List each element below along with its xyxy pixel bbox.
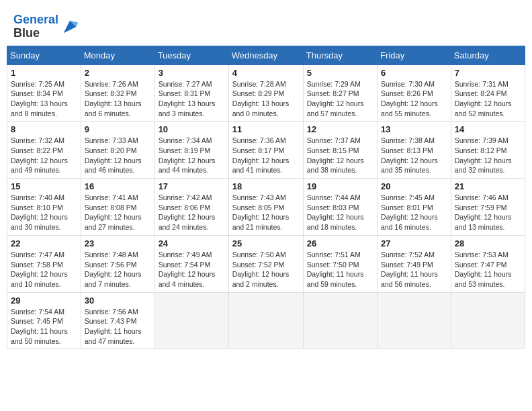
weekday-header-thursday: Thursday — [303, 46, 377, 64]
calendar-table: SundayMondayTuesdayWednesdayThursdayFrid… — [7, 46, 525, 350]
calendar-week-2: 8Sunrise: 7:32 AMSunset: 8:22 PMDaylight… — [7, 122, 525, 179]
day-number: 10 — [159, 124, 225, 134]
day-info: Sunrise: 7:36 AMSunset: 8:17 PMDaylight:… — [232, 136, 300, 175]
day-number: 16 — [85, 181, 151, 191]
calendar-cell: 25Sunrise: 7:50 AMSunset: 7:52 PMDayligh… — [228, 235, 303, 292]
logo-icon — [60, 17, 79, 36]
day-info: Sunrise: 7:50 AMSunset: 7:52 PMDaylight:… — [232, 250, 300, 289]
calendar-cell: 14Sunrise: 7:39 AMSunset: 8:12 PMDayligh… — [451, 122, 525, 179]
day-info: Sunrise: 7:49 AMSunset: 7:54 PMDaylight:… — [159, 250, 225, 289]
calendar-cell: 16Sunrise: 7:41 AMSunset: 8:08 PMDayligh… — [81, 179, 154, 236]
calendar-cell: 22Sunrise: 7:47 AMSunset: 7:58 PMDayligh… — [7, 235, 81, 292]
day-number: 7 — [455, 68, 521, 78]
page-header: GeneralBlue — [7, 7, 525, 46]
day-number: 4 — [232, 68, 300, 78]
calendar-cell: 5Sunrise: 7:29 AMSunset: 8:27 PMDaylight… — [303, 64, 377, 122]
calendar-cell: 2Sunrise: 7:26 AMSunset: 8:32 PMDaylight… — [81, 64, 154, 122]
day-number: 23 — [85, 238, 151, 248]
day-info: Sunrise: 7:52 AMSunset: 7:49 PMDaylight:… — [381, 250, 447, 289]
day-number: 22 — [11, 238, 77, 248]
day-number: 12 — [307, 124, 373, 134]
calendar-cell: 17Sunrise: 7:42 AMSunset: 8:06 PMDayligh… — [154, 179, 228, 236]
calendar-week-3: 15Sunrise: 7:40 AMSunset: 8:10 PMDayligh… — [7, 179, 525, 236]
calendar-cell: 26Sunrise: 7:51 AMSunset: 7:50 PMDayligh… — [303, 235, 377, 292]
calendar-cell — [451, 292, 525, 349]
day-number: 9 — [85, 124, 151, 134]
weekday-header-friday: Friday — [378, 46, 451, 64]
calendar-cell: 29Sunrise: 7:54 AMSunset: 7:45 PMDayligh… — [7, 292, 81, 349]
day-info: Sunrise: 7:42 AMSunset: 8:06 PMDaylight:… — [159, 193, 225, 232]
calendar-cell: 6Sunrise: 7:30 AMSunset: 8:26 PMDaylight… — [378, 64, 451, 122]
day-info: Sunrise: 7:45 AMSunset: 8:01 PMDaylight:… — [381, 193, 447, 232]
day-info: Sunrise: 7:32 AMSunset: 8:22 PMDaylight:… — [11, 136, 77, 175]
day-number: 19 — [307, 181, 373, 191]
day-info: Sunrise: 7:34 AMSunset: 8:19 PMDaylight:… — [159, 136, 225, 175]
calendar-cell: 19Sunrise: 7:44 AMSunset: 8:03 PMDayligh… — [303, 179, 377, 236]
calendar-cell: 20Sunrise: 7:45 AMSunset: 8:01 PMDayligh… — [378, 179, 451, 236]
calendar-cell: 8Sunrise: 7:32 AMSunset: 8:22 PMDaylight… — [7, 122, 81, 179]
day-info: Sunrise: 7:38 AMSunset: 8:13 PMDaylight:… — [381, 136, 447, 175]
calendar-cell: 12Sunrise: 7:37 AMSunset: 8:15 PMDayligh… — [303, 122, 377, 179]
calendar-cell: 24Sunrise: 7:49 AMSunset: 7:54 PMDayligh… — [154, 235, 228, 292]
day-number: 30 — [85, 295, 151, 306]
day-info: Sunrise: 7:54 AMSunset: 7:45 PMDaylight:… — [11, 307, 77, 347]
calendar-cell: 11Sunrise: 7:36 AMSunset: 8:17 PMDayligh… — [228, 122, 303, 179]
day-info: Sunrise: 7:41 AMSunset: 8:08 PMDaylight:… — [85, 193, 151, 232]
day-info: Sunrise: 7:31 AMSunset: 8:24 PMDaylight:… — [455, 79, 521, 119]
day-info: Sunrise: 7:51 AMSunset: 7:50 PMDaylight:… — [307, 250, 373, 289]
calendar-cell: 28Sunrise: 7:53 AMSunset: 7:47 PMDayligh… — [451, 235, 525, 292]
day-number: 15 — [11, 181, 77, 191]
day-info: Sunrise: 7:29 AMSunset: 8:27 PMDaylight:… — [307, 79, 373, 119]
day-number: 1 — [11, 68, 77, 78]
calendar-week-5: 29Sunrise: 7:54 AMSunset: 7:45 PMDayligh… — [7, 292, 525, 349]
calendar-cell: 30Sunrise: 7:56 AMSunset: 7:43 PMDayligh… — [81, 292, 154, 349]
day-info: Sunrise: 7:26 AMSunset: 8:32 PMDaylight:… — [85, 79, 151, 119]
calendar-cell: 15Sunrise: 7:40 AMSunset: 8:10 PMDayligh… — [7, 179, 81, 236]
calendar-cell: 3Sunrise: 7:27 AMSunset: 8:31 PMDaylight… — [154, 64, 228, 122]
day-info: Sunrise: 7:27 AMSunset: 8:31 PMDaylight:… — [159, 79, 225, 119]
calendar-cell: 4Sunrise: 7:28 AMSunset: 8:29 PMDaylight… — [228, 64, 303, 122]
day-number: 20 — [381, 181, 447, 191]
calendar-week-1: 1Sunrise: 7:25 AMSunset: 8:34 PMDaylight… — [7, 64, 525, 122]
calendar-week-4: 22Sunrise: 7:47 AMSunset: 7:58 PMDayligh… — [7, 235, 525, 292]
day-info: Sunrise: 7:43 AMSunset: 8:05 PMDaylight:… — [232, 193, 300, 232]
calendar-cell: 23Sunrise: 7:48 AMSunset: 7:56 PMDayligh… — [81, 235, 154, 292]
day-info: Sunrise: 7:33 AMSunset: 8:20 PMDaylight:… — [85, 136, 151, 175]
calendar-cell — [303, 292, 377, 349]
day-number: 18 — [232, 181, 300, 191]
day-number: 27 — [381, 238, 447, 248]
day-number: 14 — [455, 124, 521, 134]
calendar-cell: 21Sunrise: 7:46 AMSunset: 7:59 PMDayligh… — [451, 179, 525, 236]
day-number: 8 — [11, 124, 77, 134]
weekday-header-tuesday: Tuesday — [154, 46, 228, 64]
day-number: 28 — [455, 238, 521, 248]
calendar-cell — [378, 292, 451, 349]
day-number: 25 — [232, 238, 300, 248]
calendar-cell — [154, 292, 228, 349]
weekday-header-monday: Monday — [81, 46, 154, 64]
calendar-cell: 1Sunrise: 7:25 AMSunset: 8:34 PMDaylight… — [7, 64, 81, 122]
day-number: 29 — [11, 295, 77, 306]
day-number: 26 — [307, 238, 373, 248]
day-info: Sunrise: 7:56 AMSunset: 7:43 PMDaylight:… — [85, 307, 151, 347]
day-number: 5 — [307, 68, 373, 78]
day-number: 3 — [159, 68, 225, 78]
calendar-cell: 18Sunrise: 7:43 AMSunset: 8:05 PMDayligh… — [228, 179, 303, 236]
day-number: 24 — [159, 238, 225, 248]
calendar-cell: 13Sunrise: 7:38 AMSunset: 8:13 PMDayligh… — [378, 122, 451, 179]
day-number: 13 — [381, 124, 447, 134]
day-info: Sunrise: 7:25 AMSunset: 8:34 PMDaylight:… — [11, 79, 77, 119]
day-info: Sunrise: 7:28 AMSunset: 8:29 PMDaylight:… — [232, 79, 300, 119]
day-info: Sunrise: 7:53 AMSunset: 7:47 PMDaylight:… — [455, 250, 521, 289]
weekday-header-wednesday: Wednesday — [228, 46, 303, 64]
logo: GeneralBlue — [13, 13, 79, 40]
calendar-cell: 9Sunrise: 7:33 AMSunset: 8:20 PMDaylight… — [81, 122, 154, 179]
day-info: Sunrise: 7:40 AMSunset: 8:10 PMDaylight:… — [11, 193, 77, 232]
weekday-header-saturday: Saturday — [451, 46, 525, 64]
day-number: 6 — [381, 68, 447, 78]
weekday-header-sunday: Sunday — [7, 46, 81, 64]
calendar-cell — [228, 292, 303, 349]
calendar-cell: 7Sunrise: 7:31 AMSunset: 8:24 PMDaylight… — [451, 64, 525, 122]
day-info: Sunrise: 7:48 AMSunset: 7:56 PMDaylight:… — [85, 250, 151, 289]
day-info: Sunrise: 7:37 AMSunset: 8:15 PMDaylight:… — [307, 136, 373, 175]
